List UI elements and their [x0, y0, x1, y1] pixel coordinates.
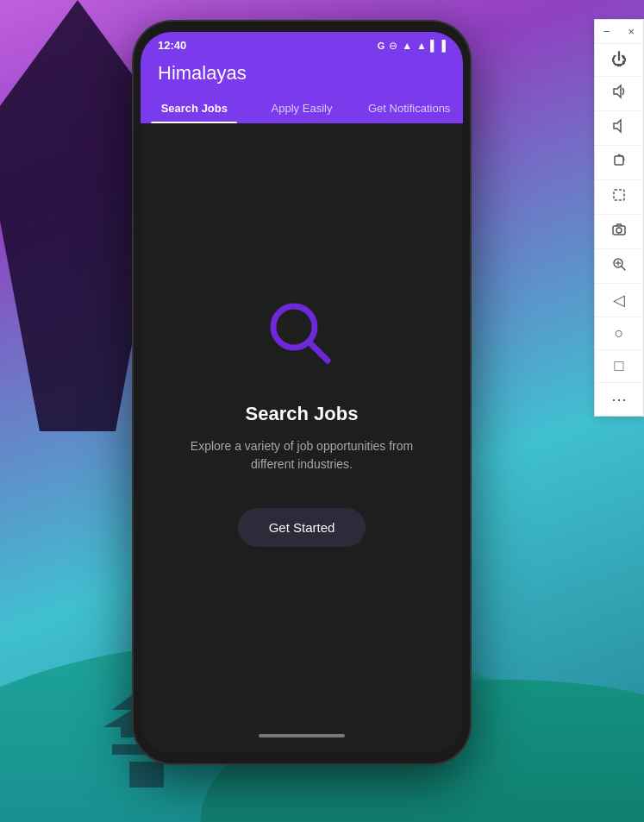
google-icon: G: [378, 41, 385, 51]
svg-line-15: [622, 267, 625, 270]
home-button[interactable]: ○: [595, 317, 643, 350]
edit-button[interactable]: [595, 180, 643, 215]
signal-icon: ▲▐: [416, 40, 434, 52]
tab-get-notifications[interactable]: Get Notifications: [355, 93, 463, 123]
power-button[interactable]: ⏻: [595, 44, 643, 77]
edit-icon: [611, 187, 627, 207]
zoom-button[interactable]: [595, 249, 643, 284]
close-button[interactable]: ×: [624, 23, 638, 40]
dnd-icon: ⊖: [389, 40, 397, 52]
rotate-icon: [611, 153, 627, 173]
power-icon: ⏻: [611, 51, 627, 69]
phone-screen: 12:40 G ⊖ ▲ ▲▐ ▐ Himalayas Search Jobs: [141, 32, 463, 753]
recents-button[interactable]: □: [595, 350, 643, 383]
status-time: 12:40: [158, 39, 186, 52]
home-indicator: [259, 734, 345, 737]
app-bar: Himalayas: [141, 55, 463, 93]
home-circle-icon: ○: [615, 324, 624, 342]
minimize-button[interactable]: −: [600, 23, 614, 40]
svg-rect-10: [615, 156, 623, 165]
tab-apply-easily[interactable]: Apply Easily: [248, 93, 356, 123]
svg-point-13: [616, 228, 622, 233]
search-magnifier-icon: [263, 296, 341, 377]
screenshot-button[interactable]: [595, 215, 643, 249]
volume-down-button[interactable]: [595, 111, 643, 146]
volume-up-icon: [611, 84, 627, 104]
phone-frame: 12:40 G ⊖ ▲ ▲▐ ▐ Himalayas Search Jobs: [134, 22, 470, 763]
more-button[interactable]: ⋯: [595, 383, 643, 416]
content-title: Search Jobs: [246, 403, 359, 425]
volume-down-icon: [611, 118, 627, 138]
svg-rect-0: [129, 762, 164, 787]
back-icon: ◁: [613, 291, 625, 310]
svg-line-6: [309, 342, 328, 361]
volume-up-button[interactable]: [595, 77, 643, 111]
get-started-button[interactable]: Get Started: [238, 508, 366, 547]
main-content: Search Jobs Explore a variety of job opp…: [141, 123, 463, 718]
tab-search-jobs[interactable]: Search Jobs: [141, 93, 248, 123]
more-icon: ⋯: [611, 390, 627, 409]
phone-container: 12:40 G ⊖ ▲ ▲▐ ▐ Himalayas Search Jobs: [134, 22, 470, 763]
status-icons: G ⊖ ▲ ▲▐ ▐: [378, 40, 446, 52]
status-bar: 12:40 G ⊖ ▲ ▲▐ ▐: [141, 32, 463, 55]
camera-icon: [611, 222, 627, 242]
wifi-icon: ▲: [402, 40, 412, 52]
tab-bar: Search Jobs Apply Easily Get Notificatio…: [141, 93, 463, 123]
rotate-button[interactable]: [595, 146, 643, 180]
svg-marker-7: [614, 85, 621, 97]
side-panel-header: − ×: [595, 20, 643, 44]
side-panel: − × ⏻ ◁ ○ □: [594, 19, 644, 417]
bottom-nav: [141, 718, 463, 753]
battery-icon: ▐: [438, 40, 446, 52]
svg-marker-8: [614, 120, 621, 132]
recents-icon: □: [615, 357, 624, 375]
app-title: Himalayas: [158, 62, 446, 85]
svg-rect-11: [614, 190, 624, 200]
back-button[interactable]: ◁: [595, 284, 643, 317]
zoom-icon: [611, 256, 627, 276]
content-description: Explore a variety of job opportunities f…: [190, 437, 414, 474]
